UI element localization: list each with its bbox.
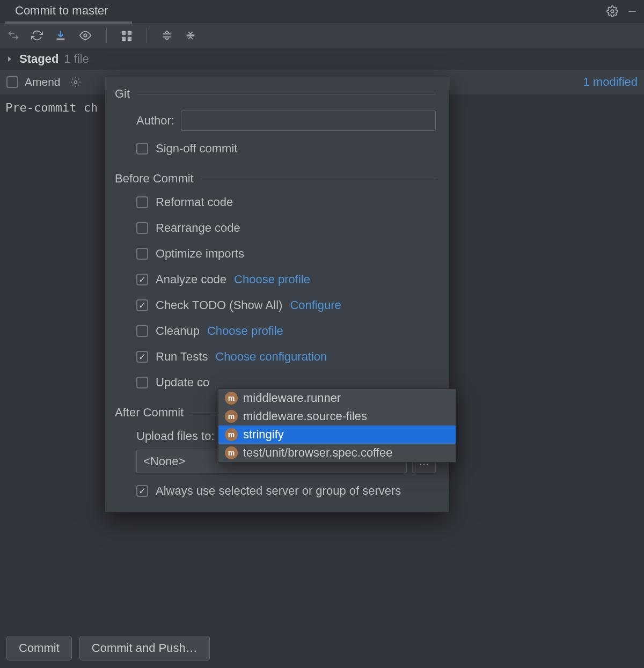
staged-count: 1 file [64,52,89,66]
svg-rect-6 [122,37,126,41]
mocha-icon: m [225,446,238,459]
settings-gear-icon[interactable] [606,5,618,17]
reformat-label: Reformat code [156,195,233,209]
todo-label: Check TODO (Show All) [156,298,282,312]
section-divider [201,179,436,179]
always-server-label: Always use selected server or group of s… [156,484,401,498]
author-label: Author: [136,114,174,128]
staged-label: Staged [19,52,58,66]
svg-rect-1 [628,11,635,12]
run-config-dropdown: m middleware.runner m middleware.source-… [218,388,456,463]
download-icon[interactable] [55,30,67,41]
runtests-checkbox[interactable] [136,351,148,363]
tab-title[interactable]: Commit to master [6,0,117,23]
config-item[interactable]: m middleware.runner [218,389,456,407]
mocha-icon: m [225,410,238,423]
expand-all-icon[interactable] [161,30,173,41]
chevron-right-icon[interactable] [5,55,14,63]
svg-rect-2 [57,39,65,40]
toolbar-separator [147,28,147,43]
update-checkbox[interactable] [136,377,148,388]
update-label: Update co [156,376,209,390]
before-commit-title: Before Commit [115,172,194,186]
toolbar-separator [106,28,107,43]
runtests-label: Run Tests [156,350,208,364]
svg-point-3 [84,34,87,37]
after-commit-title: After Commit [115,406,184,420]
config-item-label: middleware.runner [243,391,341,405]
rearrange-label: Rearrange code [156,221,240,235]
refresh-icon[interactable] [31,30,43,41]
collapse-all-icon[interactable] [185,30,196,41]
staged-row[interactable]: Staged 1 file [0,48,644,70]
amend-label: Amend [25,76,61,89]
modified-count-link[interactable]: 1 modified [583,75,638,89]
minimize-icon[interactable] [627,6,638,17]
cleanup-checkbox[interactable] [136,325,148,337]
reformat-checkbox[interactable] [136,196,148,208]
amend-checkbox[interactable] [6,76,18,88]
config-item[interactable]: m stringify [218,425,456,444]
optimize-checkbox[interactable] [136,248,148,260]
mocha-icon: m [225,428,238,441]
svg-point-8 [74,81,77,84]
commit-options-gear-icon[interactable] [70,77,81,87]
optimize-label: Optimize imports [156,247,244,261]
commit-button[interactable]: Commit [6,636,72,660]
analyze-profile-link[interactable]: Choose profile [234,273,310,287]
rearrange-checkbox[interactable] [136,222,148,234]
cleanup-label: Cleanup [156,324,200,338]
group-by-icon[interactable] [121,30,133,41]
section-divider [137,94,436,94]
analyze-checkbox[interactable] [136,274,148,285]
cleanup-profile-link[interactable]: Choose profile [207,324,283,338]
signoff-label: Sign-off commit [156,142,237,156]
config-item[interactable]: m middleware.source-files [218,407,456,425]
always-server-checkbox[interactable] [136,485,148,497]
config-item-label: middleware.source-files [243,409,367,423]
tab-underline [5,21,132,24]
runtests-config-link[interactable]: Choose configuration [215,350,327,364]
commit-toolbar [0,23,644,48]
config-item[interactable]: m test/unit/browser.spec.coffee [218,444,456,462]
author-input[interactable] [181,111,436,131]
swap-icon[interactable] [8,30,19,41]
svg-point-0 [611,10,614,13]
config-item-label: test/unit/browser.spec.coffee [243,446,392,460]
svg-rect-5 [128,31,131,35]
commit-and-push-button[interactable]: Commit and Push… [79,636,210,660]
svg-rect-4 [122,31,126,35]
todo-configure-link[interactable]: Configure [290,298,341,312]
mocha-icon: m [225,392,238,405]
signoff-checkbox[interactable] [136,143,148,155]
analyze-label: Analyze code [156,273,226,287]
select-value: <None> [143,454,185,468]
config-item-label: stringify [243,428,284,442]
git-section-title: Git [115,87,130,101]
eye-icon[interactable] [78,30,92,41]
todo-checkbox[interactable] [136,299,148,311]
svg-rect-7 [128,37,131,41]
